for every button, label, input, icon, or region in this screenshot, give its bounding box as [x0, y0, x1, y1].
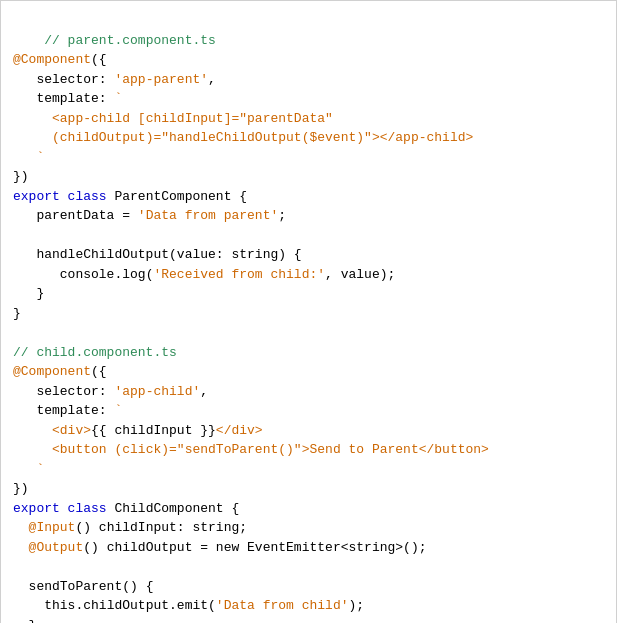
line-30: this.childOutput.emit('Data from child')…: [13, 598, 364, 613]
line-7: `: [13, 150, 44, 165]
line-25: export class ChildComponent {: [13, 501, 239, 516]
line-10: parentData = 'Data from parent';: [13, 208, 286, 223]
line-22: <button (click)="sendToParent()">Send to…: [13, 442, 489, 457]
line-6: (childOutput)="handleChildOutput($event)…: [13, 130, 473, 145]
line-23: `: [13, 462, 44, 477]
line-19: selector: 'app-child',: [13, 384, 208, 399]
line-18: @Component({: [13, 364, 107, 379]
line-17: // child.component.ts: [13, 345, 177, 360]
line-31: }: [13, 618, 36, 624]
line-26: @Input() childInput: string;: [13, 520, 247, 535]
line-5: <app-child [childInput]="parentData": [13, 111, 333, 126]
line-13: console.log('Received from child:', valu…: [13, 267, 395, 282]
line-1: // parent.component.ts: [44, 33, 216, 48]
line-3: selector: 'app-parent',: [13, 72, 216, 87]
line-15: }: [13, 306, 21, 321]
line-12: handleChildOutput(value: string) {: [13, 247, 302, 262]
code-container: // parent.component.ts @Component({ sele…: [0, 0, 617, 623]
line-8: }): [13, 169, 29, 184]
line-21: <div>{{ childInput }}</div>: [13, 423, 263, 438]
line-29: sendToParent() {: [13, 579, 153, 594]
line-14: }: [13, 286, 44, 301]
code-block: // parent.component.ts @Component({ sele…: [13, 11, 604, 623]
line-4: template: `: [13, 91, 122, 106]
line-27: @Output() childOutput = new EventEmitter…: [13, 540, 427, 555]
line-20: template: `: [13, 403, 122, 418]
line-9: export class ParentComponent {: [13, 189, 247, 204]
line-2: @Component({: [13, 52, 107, 67]
line-24: }): [13, 481, 29, 496]
